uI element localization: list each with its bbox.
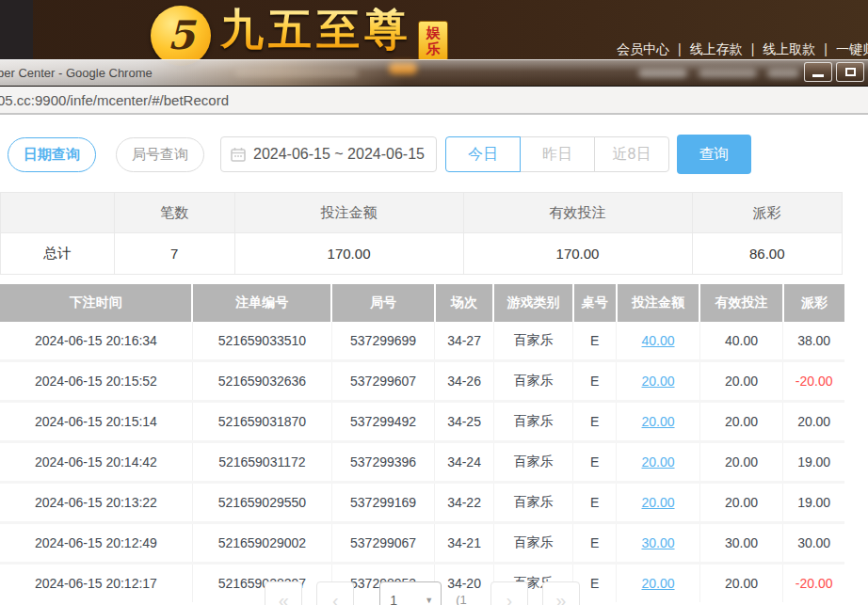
cell-game-type: 百家乐 [493, 322, 572, 361]
nav-item[interactable]: 线上取款 [763, 41, 815, 56]
cell-bet-amount: 30.00 [617, 523, 700, 564]
bet-row: 2024-06-15 20:15:52521659032636537299607… [0, 361, 844, 402]
cell-payout: 38.00 [783, 322, 844, 361]
minimize-icon [812, 74, 824, 77]
quick-last8days-button[interactable]: 近8日 [594, 136, 669, 172]
brand-badge: 娱 乐 [418, 21, 448, 61]
chevron-down-icon: ▼ [425, 596, 433, 605]
cell-bet-amount: 20.00 [617, 361, 700, 402]
badge-char: 乐 [426, 40, 441, 56]
nav-item[interactable]: 线上存款 [690, 41, 743, 56]
bet-amount-link[interactable]: 30.00 [641, 535, 674, 550]
cell-bet-amount: 20.00 [617, 483, 700, 523]
cell-session: 34-25 [435, 402, 494, 442]
prev-page-button[interactable]: ‹ [316, 581, 354, 605]
header-bet-time: 下注时间 [0, 284, 192, 322]
top-nav: 会员中心|线上存款|线上取款|一键归 [617, 41, 868, 58]
cell-valid-bet: 20.00 [699, 483, 783, 523]
cell-bet-amount: 20.00 [617, 442, 700, 483]
cell-valid-bet: 40.00 [699, 322, 783, 361]
bet-amount-link[interactable]: 20.00 [641, 495, 674, 510]
header-payout: 派彩 [783, 284, 844, 322]
site-logo: 5 九五至尊 娱 乐 [151, 6, 448, 66]
cell-bet-time: 2024-06-15 20:13:22 [0, 483, 192, 523]
cell-payout: 19.00 [783, 483, 844, 523]
cell-payout: 19.00 [783, 442, 844, 483]
cell-session: 34-27 [435, 322, 494, 361]
cell-order-no: 521659031870 [192, 402, 331, 442]
cell-round-no: 537299492 [331, 402, 434, 442]
cell-order-no: 521659029002 [192, 523, 331, 564]
next-page-button[interactable]: › [490, 581, 528, 605]
cell-order-no: 521659032636 [192, 361, 331, 402]
header-bet-amount: 投注金额 [617, 284, 700, 322]
date-query-tab[interactable]: 日期查询 [8, 137, 96, 172]
summary-total-bet-amount: 170.00 [234, 233, 463, 275]
summary-header-valid-bet: 有效投注 [463, 193, 692, 233]
address-bar[interactable]: 05.cc:9900/infe/mcenter/#/betRecord [0, 87, 868, 115]
header-session: 场次 [435, 284, 494, 322]
cell-session: 34-26 [435, 361, 494, 402]
summary-header-payout: 派彩 [692, 193, 842, 233]
quick-date-group: 今日 昨日 近8日 [445, 136, 669, 172]
logo-five-glyph: 5 [167, 12, 194, 58]
filter-toolbar: 日期查询 局号查询 2024-06-15 ~ 2024-06-15 今日 昨日 … [0, 115, 868, 174]
window-title: ber Center - Google Chrome [0, 66, 153, 80]
browser-titlebar[interactable]: ber Center - Google Chrome [0, 59, 868, 87]
quick-yesterday-button[interactable]: 昨日 [520, 136, 595, 172]
cell-payout: 20.00 [783, 402, 844, 442]
round-query-tab[interactable]: 局号查询 [116, 137, 204, 172]
bet-amount-link[interactable]: 20.00 [641, 454, 674, 470]
summary-total-payout: 86.00 [692, 233, 842, 275]
cell-bet-amount: 20.00 [617, 402, 700, 442]
cell-bet-time: 2024-06-15 20:14:42 [0, 442, 192, 483]
background-strip [0, 0, 33, 59]
first-page-button[interactable]: « [265, 581, 302, 605]
bet-amount-link[interactable]: 40.00 [641, 333, 674, 348]
cell-table-no: E [573, 322, 617, 361]
search-button[interactable]: 查询 [677, 135, 751, 174]
summary-header-count: 笔数 [114, 193, 234, 233]
date-range-picker[interactable]: 2024-06-15 ~ 2024-06-15 [220, 136, 437, 172]
bet-amount-link[interactable]: 20.00 [641, 414, 674, 429]
header-valid-bet: 有效投注 [699, 284, 783, 322]
cell-table-no: E [573, 361, 617, 402]
nav-separator: | [751, 41, 755, 56]
cell-valid-bet: 30.00 [699, 523, 783, 564]
cell-table-no: E [573, 523, 617, 564]
quick-today-button[interactable]: 今日 [445, 136, 521, 172]
badge-glass-blur [389, 62, 417, 74]
nav-item[interactable]: 会员中心 [617, 41, 669, 56]
header-game-type: 游戏类别 [493, 284, 572, 322]
cell-valid-bet: 20.00 [699, 442, 783, 483]
maximize-button[interactable] [836, 62, 864, 82]
cell-bet-time: 2024-06-15 20:12:49 [0, 523, 192, 564]
url-text: 05.cc:9900/infe/mcenter/#/betRecord [0, 92, 229, 108]
bet-row: 2024-06-15 20:14:42521659031172537299396… [0, 442, 844, 483]
cell-payout: 30.00 [783, 523, 844, 564]
cell-game-type: 百家乐 [493, 483, 572, 523]
header-table-no: 桌号 [573, 284, 617, 322]
page-select[interactable]: 1 ▼ [379, 581, 442, 605]
cell-game-type: 百家乐 [493, 361, 572, 402]
bet-record-table: 下注时间注单编号局号场次游戏类别桌号投注金额有效投注派彩 2024-06-15 … [0, 284, 844, 602]
cell-table-no: E [573, 483, 617, 523]
maximize-icon [845, 68, 856, 76]
bet-amount-link[interactable]: 20.00 [641, 374, 674, 389]
cell-table-no: E [573, 402, 617, 442]
nav-item[interactable]: 一键归 [836, 41, 868, 56]
cell-round-no: 537299607 [331, 361, 434, 402]
cell-game-type: 百家乐 [493, 523, 572, 564]
summary-total-count: 7 [114, 233, 234, 275]
date-range-value: 2024-06-15 ~ 2024-06-15 [253, 146, 425, 163]
minimize-button[interactable] [804, 62, 832, 82]
brand-title: 九五至尊 [220, 8, 412, 51]
badge-char: 娱 [426, 24, 441, 40]
cell-bet-time: 2024-06-15 20:15:14 [0, 402, 192, 442]
cell-round-no: 537299169 [331, 483, 434, 523]
cell-game-type: 百家乐 [493, 442, 572, 483]
calendar-icon [231, 147, 246, 162]
bet-row: 2024-06-15 20:15:14521659031870537299492… [0, 402, 844, 442]
cell-round-no: 537299699 [331, 322, 434, 361]
last-page-button[interactable]: » [542, 581, 580, 605]
